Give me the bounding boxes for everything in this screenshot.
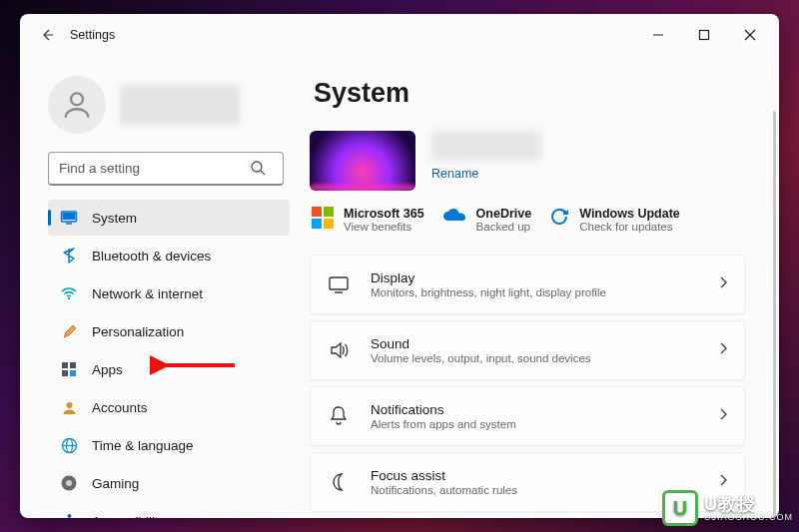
- card-sub: Notifications, automatic rules: [371, 484, 700, 496]
- svg-rect-14: [70, 370, 76, 376]
- chevron-right-icon: [718, 341, 728, 359]
- main-panel: System Rename Microsoft 365View benefits: [300, 56, 779, 518]
- sidebar-item-accessibility[interactable]: Accessibility: [48, 503, 290, 518]
- accounts-icon: [60, 398, 78, 416]
- globe-icon: [60, 436, 78, 454]
- sidebar-item-system[interactable]: System: [48, 200, 290, 236]
- svg-point-10: [68, 297, 70, 299]
- card-notifications[interactable]: NotificationsAlerts from apps and system: [310, 386, 745, 446]
- search-wrap: [48, 152, 290, 186]
- sidebar-item-label: Gaming: [92, 476, 139, 491]
- svg-rect-22: [330, 277, 348, 289]
- sidebar-item-time-language[interactable]: Time & language: [48, 427, 290, 463]
- back-button[interactable]: [30, 18, 64, 52]
- sidebar-item-personalization[interactable]: Personalization: [48, 313, 290, 349]
- device-hero: Rename: [310, 131, 745, 191]
- svg-point-15: [66, 402, 72, 408]
- card-sound[interactable]: SoundVolume levels, output, input, sound…: [310, 320, 745, 380]
- sidebar-item-label: Accounts: [92, 400, 148, 415]
- wifi-icon: [60, 284, 78, 302]
- sidebar-item-label: Time & language: [92, 438, 194, 453]
- svg-point-5: [252, 162, 262, 172]
- accessibility-icon: [60, 512, 78, 518]
- card-title: Sound: [371, 336, 700, 351]
- back-arrow-icon: [39, 27, 55, 43]
- quick-title: Windows Update: [579, 207, 680, 221]
- svg-rect-11: [62, 362, 68, 368]
- sound-icon: [325, 339, 353, 361]
- minimize-icon: [652, 29, 664, 41]
- rename-link[interactable]: Rename: [431, 167, 541, 181]
- svg-rect-13: [62, 370, 68, 376]
- window-title: Settings: [70, 28, 115, 42]
- moon-icon: [325, 472, 353, 492]
- watermark-domain: UJIAOSHOU.COM: [704, 513, 793, 522]
- device-info: Rename: [431, 131, 541, 181]
- sidebar-item-label: Personalization: [92, 324, 184, 339]
- main-scroll: System Rename Microsoft 365View benefits: [310, 70, 751, 518]
- svg-point-21: [67, 514, 71, 518]
- quick-sub: View benefits: [344, 221, 424, 233]
- quick-onedrive[interactable]: OneDriveBacked up: [442, 207, 532, 233]
- microsoft365-icon: [312, 207, 334, 229]
- watermark-logo-icon: [662, 490, 698, 526]
- window-controls: [635, 19, 773, 51]
- close-button[interactable]: [727, 19, 773, 51]
- update-icon: [549, 207, 569, 227]
- quick-microsoft365[interactable]: Microsoft 365View benefits: [312, 207, 424, 233]
- svg-line-6: [261, 171, 265, 175]
- sidebar-item-accounts[interactable]: Accounts: [48, 389, 290, 425]
- titlebar: Settings: [20, 14, 779, 56]
- watermark-brand: U教授: [704, 495, 793, 513]
- scrollbar[interactable]: [773, 111, 776, 518]
- settings-card-list: DisplayMonitors, brightness, night light…: [310, 255, 745, 512]
- bluetooth-icon: [60, 247, 78, 265]
- sidebar-item-bluetooth[interactable]: Bluetooth & devices: [48, 238, 290, 273]
- paintbrush-icon: [60, 322, 78, 340]
- onedrive-icon: [442, 207, 466, 225]
- gaming-icon: [60, 474, 78, 492]
- content-area: System Bluetooth & devices Network & int…: [20, 56, 779, 518]
- quick-sub: Check for updates: [579, 221, 680, 233]
- user-avatar: [48, 76, 106, 134]
- sidebar-item-label: Apps: [92, 362, 123, 377]
- sidebar-item-network[interactable]: Network & internet: [48, 275, 290, 311]
- quick-windows-update[interactable]: Windows UpdateCheck for updates: [549, 207, 680, 233]
- sidebar-item-label: Network & internet: [92, 286, 203, 301]
- sidebar-item-label: System: [92, 211, 137, 226]
- svg-rect-1: [700, 31, 709, 40]
- close-icon: [744, 29, 756, 41]
- minimize-button[interactable]: [635, 19, 681, 51]
- chevron-right-icon: [718, 473, 728, 491]
- settings-window: Settings System: [20, 14, 779, 518]
- user-row[interactable]: [48, 76, 290, 134]
- display-icon: [325, 273, 353, 295]
- quick-links-row: Microsoft 365View benefits OneDriveBacke…: [312, 207, 745, 233]
- maximize-button[interactable]: [681, 19, 727, 51]
- sidebar-item-label: Bluetooth & devices: [92, 249, 211, 264]
- user-name-redacted: [120, 85, 240, 125]
- card-title: Display: [371, 270, 700, 285]
- sidebar: System Bluetooth & devices Network & int…: [20, 56, 300, 518]
- sidebar-item-apps[interactable]: Apps: [48, 351, 290, 387]
- system-icon: [60, 209, 78, 227]
- quick-sub: Backed up: [476, 221, 532, 233]
- nav-list: System Bluetooth & devices Network & int…: [48, 200, 290, 518]
- quick-title: OneDrive: [476, 207, 532, 221]
- card-sub: Alerts from apps and system: [371, 418, 700, 430]
- card-sub: Volume levels, output, input, sound devi…: [371, 352, 700, 364]
- card-title: Focus assist: [371, 468, 700, 483]
- sidebar-item-gaming[interactable]: Gaming: [48, 465, 290, 501]
- card-display[interactable]: DisplayMonitors, brightness, night light…: [310, 255, 745, 314]
- page-title: System: [314, 78, 745, 109]
- chevron-right-icon: [718, 407, 728, 425]
- desktop-preview-thumb[interactable]: [310, 131, 415, 191]
- apps-icon: [60, 360, 78, 378]
- card-sub: Monitors, brightness, night light, displ…: [371, 286, 700, 298]
- svg-rect-12: [70, 362, 76, 368]
- watermark: U教授 UJIAOSHOU.COM: [662, 490, 793, 526]
- card-title: Notifications: [371, 402, 700, 417]
- search-input[interactable]: [48, 152, 284, 186]
- maximize-icon: [698, 29, 710, 41]
- svg-point-20: [66, 480, 72, 486]
